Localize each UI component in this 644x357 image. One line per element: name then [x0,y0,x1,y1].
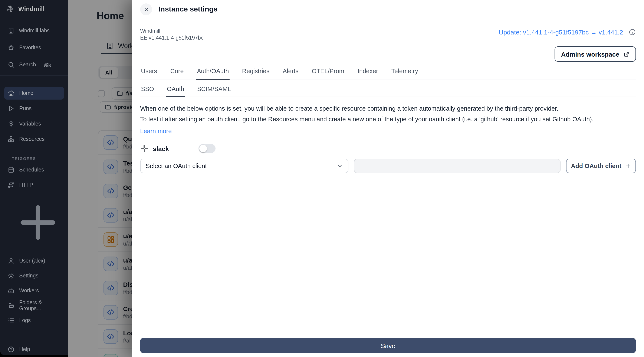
tab-alerts[interactable]: Alerts [282,68,300,80]
subtab-scim-saml[interactable]: SCIM/SAML [196,85,232,97]
gear-icon [8,272,14,279]
slack-toggle[interactable] [198,144,216,153]
sidebar-item-user[interactable]: User (alex) [4,255,64,267]
oauth-client-select-value: Select an OAuth client [146,163,207,169]
oauth-secret-input[interactable] [354,159,560,173]
home-icon [8,90,14,97]
oauth-client-select[interactable]: Select an OAuth client [140,159,348,173]
sidebar-top-group: windmill-labs Favorites Search ⌘k [0,18,68,75]
sidebar-item-logs[interactable]: Logs [4,314,64,327]
app-grid-icon [104,232,118,247]
add-oauth-client-label: Add OAuth client [571,163,622,169]
subtab-sso[interactable]: SSO [140,85,155,97]
app-title: Windmill [18,5,45,12]
sidebar-item-label: Logs [19,318,31,323]
item-title: Dis [123,281,133,288]
tab-telemetry[interactable]: Telemetry [390,68,419,80]
sidebar-item-folders-groups[interactable]: Folders & Groups... [4,299,64,312]
tab-indexer[interactable]: Indexer [357,68,379,80]
tab-users[interactable]: Users [140,68,158,80]
sidebar-item-settings[interactable]: Settings [4,269,64,282]
search-icon [8,61,14,68]
windmill-app: Windmill windmill-labs Favorites Search [0,0,644,357]
sidebar-item-label: Folders & Groups... [19,300,60,312]
close-icon [143,6,149,12]
sidebar-item-label: Settings [19,273,38,279]
folder-icon [117,90,123,97]
sidebar-item-runs[interactable]: Runs [4,102,64,115]
app-name: Windmill [140,28,204,34]
drawer-body: Windmill EE v1.441.1-4-g51f5197bc Update… [132,19,644,357]
script-code-icon [104,329,118,344]
script-code-icon [104,305,118,320]
toggle-knob [199,145,207,152]
search-shortcut: ⌘k [43,61,51,68]
drawer-header: Instance settings [132,0,644,19]
sidebar-bottom-group: User (alex) Settings Workers Folders & G… [0,255,68,329]
sidebar-item-resources[interactable]: Resources [4,133,64,146]
building-icon [8,27,14,34]
update-link[interactable]: Update: v1.441.1-4-g51f5197bc → v1.441.2 [499,28,623,36]
close-button[interactable] [140,3,152,15]
sidebar-item-label: Favorites [19,45,41,51]
update-row: Update: v1.441.1-4-g51f5197bc → v1.441.2 [499,28,636,36]
script-code-icon [104,354,118,357]
sidebar-item-variables[interactable]: Variables [4,117,64,130]
windmill-logo-icon [6,5,14,13]
oauth-client-controls: Select an OAuth client Add OAuth client [140,159,636,173]
sidebar-item-label: User (alex) [19,258,45,264]
learn-more-link[interactable]: Learn more [140,128,172,134]
sidebar-collapse-button[interactable] [4,355,64,357]
sidebar-item-home[interactable]: Home [4,87,64,100]
subtab-oauth[interactable]: OAuth [166,85,185,97]
folder-checkbox[interactable] [98,90,105,97]
version-block: Windmill EE v1.441.1-4-g51f5197bc [140,28,204,41]
building-icon [106,42,114,50]
tab-registries[interactable]: Registries [241,68,270,80]
triggers-heading: TRIGGERS [4,148,64,163]
admins-workspace-label: Admins workspace [561,50,619,58]
save-button[interactable]: Save [140,338,636,353]
info-icon[interactable] [629,28,636,36]
item-path: f/bd [123,289,133,295]
play-icon [8,105,14,112]
script-code-icon [104,257,118,271]
tab-auth-oauth[interactable]: Auth/OAuth [196,68,230,80]
script-code-icon [104,281,118,295]
sidebar-item-workspace[interactable]: windmill-labs [4,24,64,37]
sidebar-item-schedules[interactable]: Schedules [4,163,64,176]
arrow-left-icon [8,355,64,357]
script-code-icon [104,208,118,223]
user-icon [8,257,14,264]
sidebar-item-search[interactable]: Search ⌘k [4,58,64,71]
auth-subtab-bar: SSO OAuth SCIM/SAML [140,85,636,97]
external-link-icon [623,51,630,57]
sidebar-item-label: Variables [19,121,41,127]
route-icon [8,182,14,189]
sidebar: Windmill windmill-labs Favorites Search [0,0,68,355]
folder-open-icon [8,302,14,309]
sidebar-help-block: Help [0,329,68,357]
sidebar-item-http[interactable]: HTTP [4,179,64,191]
version-row: Windmill EE v1.441.1-4-g51f5197bc Update… [140,28,636,41]
filter-all-button[interactable]: All [100,67,118,78]
admins-workspace-row: Admins workspace [140,46,636,62]
add-oauth-client-button[interactable]: Add OAuth client [566,159,636,173]
sidebar-item-label: Home [19,90,34,96]
tab-otel-prom[interactable]: OTEL/Prom [311,68,345,80]
sidebar-add-button[interactable] [4,197,64,250]
slack-oauth-row: slack [140,144,636,153]
plus-icon [12,197,64,249]
slack-icon [140,144,149,153]
sidebar-item-label: Search [19,62,36,68]
sidebar-item-favorites[interactable]: Favorites [4,41,64,54]
sidebar-item-help[interactable]: Help [4,344,64,355]
chevron-down-icon [336,163,343,169]
sidebar-item-workers[interactable]: Workers [4,284,64,297]
tab-core[interactable]: Core [170,68,185,80]
script-code-icon [104,160,118,174]
sidebar-header: Windmill [0,0,68,18]
robot-icon [8,287,14,294]
dollar-icon [8,120,14,127]
admins-workspace-button[interactable]: Admins workspace [555,46,636,62]
